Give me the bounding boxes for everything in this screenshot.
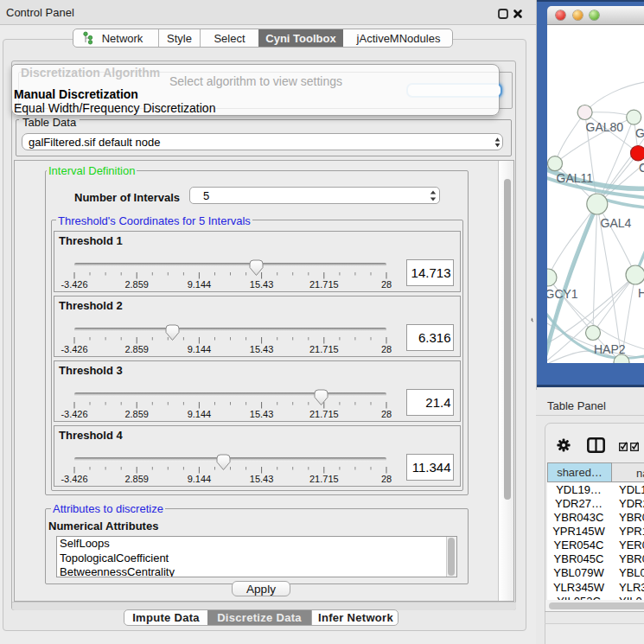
svg-text:H: H: [638, 286, 644, 300]
svg-text:GCY1: GCY1: [547, 287, 578, 301]
svg-text:CY: CY: [639, 161, 644, 175]
svg-text:GA: GA: [635, 126, 644, 140]
svg-text:GAL4: GAL4: [601, 216, 632, 230]
svg-text:HAP2: HAP2: [594, 342, 626, 356]
svg-text:GAL11: GAL11: [557, 171, 594, 185]
svg-text:GAL80: GAL80: [586, 120, 624, 134]
